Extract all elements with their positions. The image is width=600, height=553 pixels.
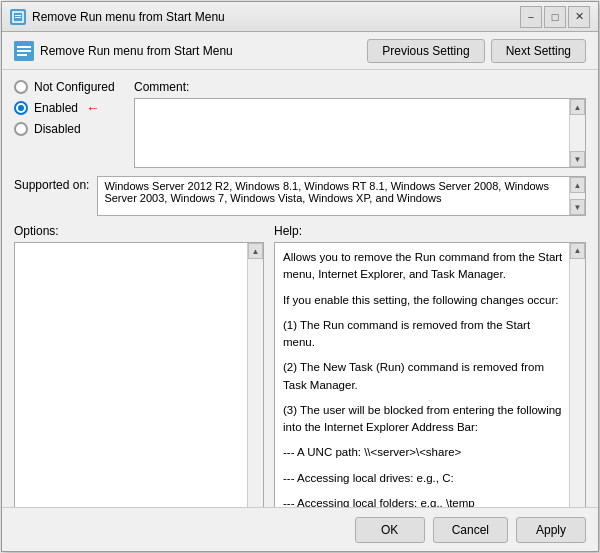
help-text-7: --- Accessing local drives: e.g., C: [283, 470, 563, 487]
help-text-6: --- A UNC path: \\<server>\<share> [283, 444, 563, 461]
supported-text-box: Windows Server 2012 R2, Windows 8.1, Win… [97, 176, 586, 216]
supported-section: Supported on: Windows Server 2012 R2, Wi… [14, 176, 586, 216]
not-configured-radio[interactable] [14, 80, 28, 94]
options-box: ▲ ▼ [14, 242, 264, 507]
window-icon [10, 9, 26, 25]
supported-scroll-down[interactable]: ▼ [570, 199, 585, 215]
options-header: Options: [14, 224, 264, 238]
comment-textarea[interactable]: ▲ ▼ [134, 98, 586, 168]
previous-setting-button[interactable]: Previous Setting [367, 39, 484, 63]
supported-text: Windows Server 2012 R2, Windows 8.1, Win… [104, 180, 549, 204]
not-configured-label: Not Configured [34, 80, 115, 94]
svg-rect-6 [17, 54, 27, 56]
header-icon [14, 41, 34, 61]
main-window: Remove Run menu from Start Menu − □ ✕ Re… [1, 1, 599, 552]
scroll-down-arrow[interactable]: ▼ [570, 151, 585, 167]
configuration-radio-group: Not Configured Enabled ← Disabled [14, 80, 124, 168]
comment-label: Comment: [134, 80, 586, 94]
svg-rect-2 [15, 17, 21, 18]
dialog-header: Remove Run menu from Start Menu Previous… [2, 32, 598, 70]
disabled-option[interactable]: Disabled [14, 122, 124, 136]
header-title: Remove Run menu from Start Menu [40, 44, 361, 58]
next-setting-button[interactable]: Next Setting [491, 39, 586, 63]
comment-section: Comment: ▲ ▼ [134, 80, 586, 168]
options-scrollbar[interactable]: ▲ ▼ [247, 243, 263, 507]
ok-button[interactable]: OK [355, 517, 425, 543]
navigation-buttons: Previous Setting Next Setting [367, 39, 586, 63]
content-area: Not Configured Enabled ← Disabled Commen… [2, 70, 598, 507]
svg-rect-4 [17, 46, 31, 48]
help-text-5: (3) The user will be blocked from enteri… [283, 402, 563, 437]
not-configured-option[interactable]: Not Configured [14, 80, 124, 94]
enabled-label: Enabled [34, 101, 78, 115]
help-text-8: --- Accessing local folders: e.g., \temp [283, 495, 563, 507]
help-text-3: (1) The Run command is removed from the … [283, 317, 563, 352]
help-text-4: (2) The New Task (Run) command is remove… [283, 359, 563, 394]
options-section: Options: ▲ ▼ [14, 224, 264, 507]
help-header: Help: [274, 224, 586, 238]
options-help-row: Options: ▲ ▼ Help: Allows you to remove … [14, 224, 586, 507]
scroll-up-arrow[interactable]: ▲ [570, 99, 585, 115]
maximize-button[interactable]: □ [544, 6, 566, 28]
apply-button[interactable]: Apply [516, 517, 586, 543]
enabled-radio[interactable] [14, 101, 28, 115]
help-text-2: If you enable this setting, the followin… [283, 292, 563, 309]
window-title: Remove Run menu from Start Menu [32, 10, 514, 24]
help-section: Help: Allows you to remove the Run comma… [274, 224, 586, 507]
close-button[interactable]: ✕ [568, 6, 590, 28]
disabled-label: Disabled [34, 122, 81, 136]
help-scrollbar[interactable]: ▲ ▼ [569, 243, 585, 507]
supported-scroll-up[interactable]: ▲ [570, 177, 585, 193]
supported-label: Supported on: [14, 176, 89, 192]
help-text-box: Allows you to remove the Run command fro… [274, 242, 586, 507]
help-text-1: Allows you to remove the Run command fro… [283, 249, 563, 284]
enabled-option[interactable]: Enabled ← [14, 100, 124, 116]
minimize-button[interactable]: − [520, 6, 542, 28]
cancel-button[interactable]: Cancel [433, 517, 508, 543]
supported-scrollbar[interactable]: ▲ ▼ [569, 177, 585, 215]
disabled-radio[interactable] [14, 122, 28, 136]
top-section: Not Configured Enabled ← Disabled Commen… [14, 80, 586, 168]
enabled-arrow: ← [86, 100, 100, 116]
svg-rect-5 [17, 50, 31, 52]
window-controls: − □ ✕ [520, 6, 590, 28]
svg-rect-1 [15, 15, 21, 16]
comment-scrollbar[interactable]: ▲ ▼ [569, 99, 585, 167]
title-bar: Remove Run menu from Start Menu − □ ✕ [2, 2, 598, 32]
footer: OK Cancel Apply [2, 507, 598, 551]
help-scroll-up[interactable]: ▲ [570, 243, 585, 259]
options-scroll-up[interactable]: ▲ [248, 243, 263, 259]
